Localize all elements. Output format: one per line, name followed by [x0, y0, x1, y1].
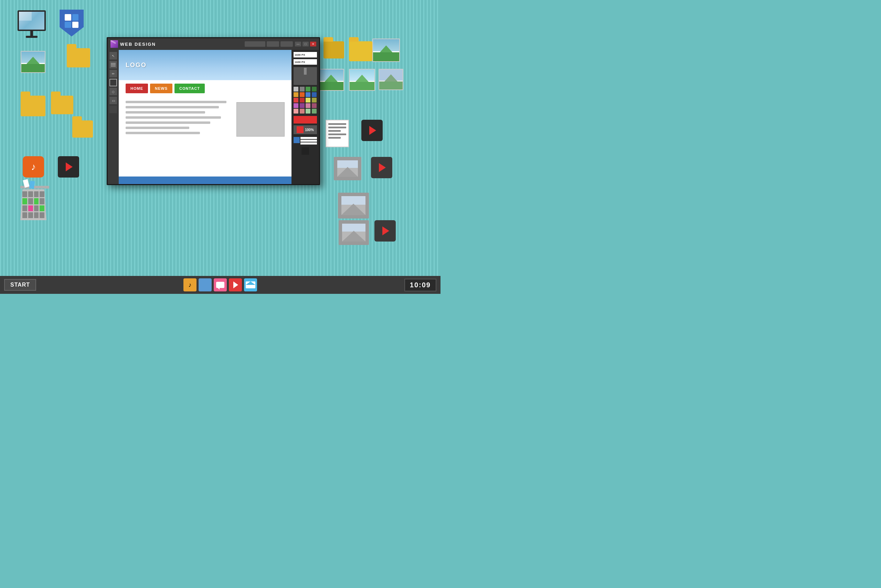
- taskbar: START ♪ 10:09: [0, 276, 440, 294]
- color-swatch[interactable]: [300, 103, 305, 108]
- music-icon[interactable]: ♪: [23, 156, 44, 177]
- taskbar-chat-icon[interactable]: [214, 278, 227, 291]
- web-footer: [119, 177, 291, 184]
- document-icon[interactable]: [326, 120, 349, 147]
- folder-icon-3[interactable]: [51, 96, 73, 114]
- tool-diamond[interactable]: ◇: [110, 88, 117, 95]
- tool-arrow[interactable]: ↖: [110, 52, 117, 60]
- minimize-button[interactable]: —: [295, 42, 301, 46]
- folder-shape-r1: [324, 41, 344, 58]
- shield-icon[interactable]: [58, 10, 86, 40]
- image-icon-1[interactable]: [21, 51, 45, 73]
- folder-icon-r1[interactable]: [324, 41, 344, 58]
- play-box-r3: [374, 220, 396, 242]
- image-icon-r4[interactable]: [378, 69, 403, 90]
- folder-icon-4[interactable]: [72, 120, 93, 138]
- panel-white-rows: [300, 137, 317, 144]
- color-swatch[interactable]: [294, 92, 299, 97]
- tool-rect[interactable]: [110, 79, 117, 86]
- tool-square2[interactable]: [110, 106, 117, 113]
- maximize-button[interactable]: □: [303, 42, 309, 46]
- nav-home-button[interactable]: HOME: [126, 84, 148, 93]
- folder-icon-1[interactable]: [67, 48, 90, 68]
- window-right-panel: 1600 PX 1600 PX: [291, 50, 319, 184]
- color-swatch[interactable]: [312, 87, 317, 92]
- tool-pen[interactable]: ✏: [110, 70, 117, 77]
- px-input-2[interactable]: 1600 PX: [294, 59, 317, 64]
- music-box: ♪: [23, 156, 44, 177]
- play-triangle-r2: [379, 163, 386, 172]
- taskbar-play-icon[interactable]: [229, 278, 242, 291]
- color-swatch[interactable]: [300, 109, 305, 114]
- color-swatch[interactable]: [312, 109, 317, 114]
- color-swatch[interactable]: [306, 109, 311, 114]
- image-icon-r2[interactable]: [318, 69, 344, 91]
- web-preview: LOGO HOME NEWS CONTACT: [119, 50, 291, 184]
- web-navigation: HOME NEWS CONTACT: [119, 80, 291, 97]
- gray-image-icon-3[interactable]: [339, 220, 369, 245]
- web-text-column: [126, 101, 232, 172]
- monitor-icon[interactable]: [15, 10, 49, 43]
- image-icon-r3[interactable]: [349, 69, 375, 91]
- color-swatch[interactable]: [294, 103, 299, 108]
- px-input-1[interactable]: 1600 PX: [294, 52, 317, 57]
- color-swatch[interactable]: [306, 98, 311, 102]
- color-swatch[interactable]: [306, 103, 311, 108]
- folder-shape-2: [21, 96, 45, 116]
- play-triangle-1: [66, 162, 73, 171]
- big-red-swatch[interactable]: [294, 116, 317, 123]
- color-swatch[interactable]: [312, 92, 317, 97]
- color-swatch[interactable]: [300, 87, 305, 92]
- scroll-bar[interactable]: [294, 67, 317, 85]
- taskbar-folder-icon[interactable]: [198, 278, 212, 291]
- tool-eraser[interactable]: ▭: [110, 97, 117, 104]
- color-swatch[interactable]: [294, 98, 299, 102]
- color-swatch[interactable]: [312, 103, 317, 108]
- play-triangle-r1: [369, 126, 376, 135]
- scroll-area: [294, 67, 317, 85]
- folder-icon-r2[interactable]: [349, 41, 372, 61]
- taskbar-icons: ♪: [183, 278, 257, 291]
- nav-news-button[interactable]: NEWS: [150, 84, 173, 93]
- color-swatch[interactable]: [306, 92, 311, 97]
- panel-blue-white-row: [294, 137, 317, 144]
- shield-shape: [60, 10, 84, 36]
- text-line-5: [126, 122, 210, 124]
- panel-white-1: [300, 137, 317, 139]
- shield-inner: [65, 14, 78, 28]
- color-swatch[interactable]: [312, 98, 317, 102]
- gray-image-icon-2[interactable]: [338, 193, 369, 219]
- close-button[interactable]: ✕: [310, 42, 316, 46]
- taskbar-mail-icon[interactable]: [244, 278, 257, 291]
- text-line-6: [126, 127, 189, 129]
- shield-q4: [72, 22, 79, 28]
- text-line-1: [126, 101, 227, 103]
- color-swatch[interactable]: [300, 92, 305, 97]
- play-icon-1[interactable]: [58, 156, 79, 177]
- scroll-thumb: [304, 68, 307, 75]
- color-swatch[interactable]: [294, 109, 299, 114]
- gray-image-icon-1[interactable]: [334, 157, 361, 180]
- folder-icon-2[interactable]: [21, 96, 45, 116]
- start-button[interactable]: START: [4, 279, 36, 291]
- image-thumb-r2: [318, 69, 344, 91]
- color-swatch[interactable]: [294, 87, 299, 92]
- taskbar-music-icon[interactable]: ♪: [183, 278, 197, 291]
- color-swatch[interactable]: [300, 98, 305, 102]
- play-triangle-r3: [382, 226, 389, 236]
- color-swatch[interactable]: [306, 87, 311, 92]
- tool-lines[interactable]: [110, 61, 117, 69]
- text-line-3: [126, 111, 205, 114]
- web-content: [119, 97, 291, 177]
- shield-q3: [65, 22, 71, 28]
- text-line-4: [126, 116, 221, 119]
- play-icon-r1[interactable]: [361, 120, 383, 141]
- monitor-stand: [30, 31, 33, 36]
- zoom-red-block: [297, 126, 303, 133]
- title-tab-1: [245, 41, 265, 47]
- play-icon-r3[interactable]: [374, 220, 396, 242]
- play-icon-r2[interactable]: [371, 157, 392, 178]
- nav-contact-button[interactable]: CONTACT: [174, 84, 205, 93]
- trash-icon[interactable]: [18, 186, 49, 227]
- image-icon-r1[interactable]: [372, 39, 400, 62]
